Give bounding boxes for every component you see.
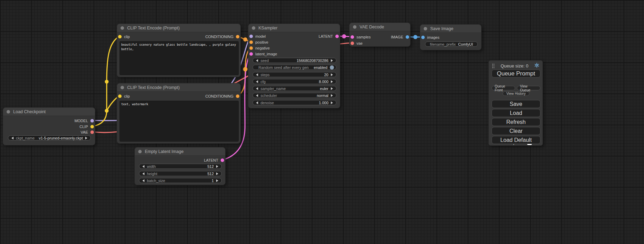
arrow-right-icon[interactable]: [331, 80, 333, 83]
toggle-circle-icon[interactable]: [330, 65, 334, 70]
arrow-right-icon[interactable]: [331, 101, 333, 104]
node-ksampler[interactable]: KSampler model positive negative latent_…: [248, 24, 340, 108]
node-title-bar[interactable]: Load Checkpoint: [3, 108, 95, 116]
arrow-left-icon[interactable]: [256, 94, 258, 97]
node-title-bar[interactable]: CLIP Text Encode (Prompt): [117, 83, 240, 92]
widget-denoise[interactable]: denoise 1.000: [253, 100, 336, 105]
input-port-images[interactable]: images: [421, 35, 439, 40]
arrow-left-icon[interactable]: [11, 137, 14, 139]
input-port-negative[interactable]: negative: [249, 45, 270, 51]
collapse-dot-icon[interactable]: [353, 25, 356, 29]
collapse-dot-icon[interactable]: [121, 86, 124, 89]
output-port-vae[interactable]: VAE: [81, 129, 94, 135]
widget-width[interactable]: width 512: [139, 164, 222, 169]
node-title-bar[interactable]: CLIP Text Encode (Prompt): [117, 24, 240, 32]
widget-random-seed[interactable]: Random seed after every gen enabled: [253, 65, 336, 70]
widget-ckpt-name[interactable]: ckpt_name v1-5-pruned-emaonly.ckpt: [8, 135, 91, 141]
drag-handle-icon[interactable]: [492, 63, 495, 68]
widget-steps[interactable]: steps 20: [253, 72, 336, 77]
output-port-clip[interactable]: CLIP: [80, 124, 94, 129]
arrow-right-icon[interactable]: [331, 73, 333, 76]
arrow-left-icon[interactable]: [256, 73, 258, 76]
load-button[interactable]: Load: [492, 109, 540, 117]
port-dot-latent[interactable]: [351, 35, 354, 39]
clear-button[interactable]: Clear: [492, 127, 540, 135]
node-clip-text-encode-positive[interactable]: CLIP Text Encode (Prompt) clip CONDITION…: [117, 24, 241, 77]
output-port-conditioning[interactable]: CONDITIONING: [205, 34, 239, 39]
output-port-image[interactable]: IMAGE: [391, 34, 409, 40]
port-dot-model[interactable]: [90, 119, 94, 123]
input-port-samples[interactable]: samples: [351, 34, 371, 40]
arrow-right-icon[interactable]: [331, 87, 333, 90]
collapse-dot-icon[interactable]: [424, 27, 427, 30]
prompt-textarea[interactable]: text, watermark: [120, 101, 239, 142]
port-dot-image[interactable]: [406, 35, 409, 39]
node-title-bar[interactable]: Save Image: [420, 25, 481, 33]
port-dot-vae[interactable]: [90, 130, 94, 134]
node-title-bar[interactable]: VAE Decode: [350, 23, 410, 31]
port-dot-latent[interactable]: [221, 159, 224, 162]
load-default-button[interactable]: Load Default: [492, 136, 540, 144]
port-dot-vae[interactable]: [351, 42, 354, 45]
arrow-left-icon[interactable]: [142, 172, 144, 175]
queue-front-button[interactable]: Queue Front: [492, 86, 515, 90]
port-dot-latent[interactable]: [249, 52, 253, 56]
input-port-latent-image[interactable]: latent_image: [249, 51, 277, 57]
port-dot-conditioning[interactable]: [249, 40, 253, 44]
widget-cfg[interactable]: cfg 8.000: [253, 79, 336, 84]
comfyui-canvas[interactable]: { "app": "ComfyUI node graph", "colors":…: [0, 0, 644, 244]
widget-seed[interactable]: seed 156680208700286: [253, 58, 336, 63]
arrow-left-icon[interactable]: [256, 87, 258, 90]
queue-prompt-button[interactable]: Queue Prompt: [492, 70, 540, 78]
widget-batch-size[interactable]: batch_size 1: [139, 178, 222, 183]
output-port-latent[interactable]: LATENT: [319, 34, 339, 39]
port-dot-model[interactable]: [249, 35, 253, 38]
arrow-right-icon[interactable]: [85, 137, 87, 139]
node-vae-decode[interactable]: VAE Decode samples vae IMAGE: [349, 22, 411, 47]
port-dot-clip[interactable]: [90, 125, 94, 128]
widget-filename-prefix[interactable]: filename_prefix ComfyUI: [425, 42, 478, 47]
widget-sampler-name[interactable]: sampler_name euler: [253, 86, 336, 91]
arrow-right-icon[interactable]: [216, 179, 218, 182]
port-dot-conditioning[interactable]: [236, 94, 239, 98]
output-port-conditioning[interactable]: CONDITIONING: [205, 93, 239, 99]
gear-icon[interactable]: [534, 63, 539, 69]
widget-scheduler[interactable]: scheduler normal: [253, 93, 336, 98]
refresh-button[interactable]: Refresh: [492, 118, 540, 126]
output-port-model[interactable]: MODEL: [74, 118, 94, 124]
arrow-left-icon[interactable]: [256, 80, 258, 83]
view-queue-button[interactable]: View Queue: [517, 86, 540, 90]
port-dot-latent[interactable]: [335, 35, 339, 38]
arrow-left-icon[interactable]: [256, 59, 258, 62]
arrow-left-icon[interactable]: [142, 179, 144, 182]
node-title-bar[interactable]: KSampler: [248, 24, 340, 32]
port-dot-clip[interactable]: [118, 35, 122, 38]
save-button[interactable]: Save: [492, 100, 540, 108]
input-port-clip[interactable]: clip: [118, 93, 130, 99]
node-empty-latent-image[interactable]: Empty Latent Image LATENT width 512 heig…: [134, 147, 226, 185]
input-port-model[interactable]: model: [249, 34, 266, 39]
node-clip-text-encode-negative[interactable]: CLIP Text Encode (Prompt) clip CONDITION…: [117, 83, 241, 144]
port-dot-image[interactable]: [421, 36, 425, 39]
input-port-vae[interactable]: vae: [351, 40, 363, 46]
output-port-latent[interactable]: LATENT: [204, 157, 224, 163]
node-load-checkpoint[interactable]: Load Checkpoint MODEL CLIP VAE ckpt_name…: [3, 107, 95, 145]
input-port-clip[interactable]: clip: [118, 34, 130, 39]
arrow-right-icon[interactable]: [331, 94, 333, 97]
node-save-image[interactable]: Save Image images filename_prefix ComfyU…: [420, 24, 482, 50]
arrow-right-icon[interactable]: [216, 172, 218, 175]
port-dot-conditioning[interactable]: [236, 35, 239, 38]
arrow-left-icon[interactable]: [142, 165, 144, 168]
arrow-right-icon[interactable]: [216, 165, 218, 168]
arrow-left-icon[interactable]: [256, 101, 258, 104]
view-history-button[interactable]: View History: [503, 91, 529, 96]
port-dot-clip[interactable]: [118, 94, 122, 98]
prompt-textarea[interactable]: beautiful scenery nature glass bottle la…: [120, 41, 239, 75]
input-port-positive[interactable]: positive: [249, 39, 268, 45]
collapse-dot-icon[interactable]: [121, 26, 124, 30]
arrow-right-icon[interactable]: [331, 59, 333, 62]
port-dot-conditioning[interactable]: [249, 46, 253, 50]
collapse-dot-icon[interactable]: [138, 150, 142, 153]
collapse-dot-icon[interactable]: [7, 110, 10, 114]
node-title-bar[interactable]: Empty Latent Image: [135, 147, 225, 156]
